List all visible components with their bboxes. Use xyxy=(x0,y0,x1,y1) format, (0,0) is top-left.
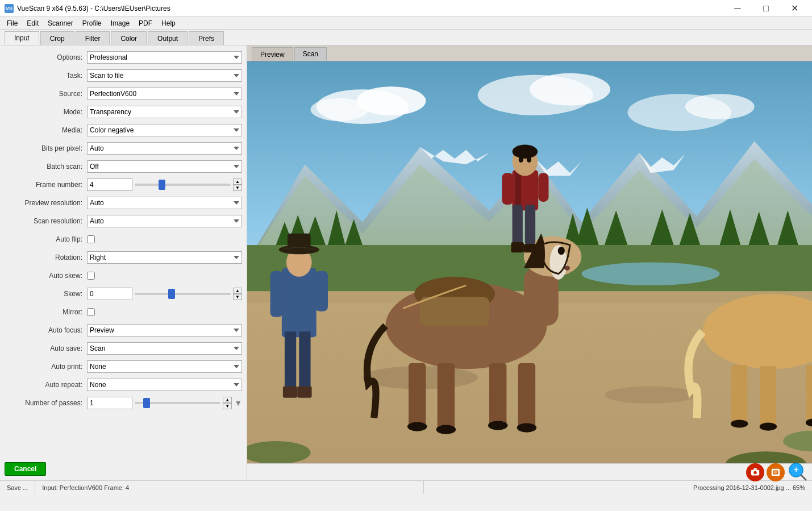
menu-pdf[interactable]: PDF xyxy=(134,17,157,30)
bits-select[interactable]: Auto xyxy=(87,142,242,155)
rotation-select[interactable]: Right xyxy=(87,251,242,264)
maximize-button[interactable]: □ xyxy=(753,0,779,17)
num-passes-row: Number of passes: ▲ ▼ ▼ xyxy=(0,396,247,410)
skew-row: Skew: ▲ ▼ xyxy=(0,286,247,301)
auto-save-select[interactable]: Scan xyxy=(87,342,242,355)
source-row: Source: PerfectionV600 xyxy=(0,86,247,101)
mirror-check[interactable] xyxy=(87,308,95,316)
svg-point-68 xyxy=(519,157,523,163)
scan-res-label: Scan resolution: xyxy=(5,217,87,225)
num-passes-spinner-up[interactable]: ▲ xyxy=(223,397,232,403)
auto-repeat-select[interactable]: None xyxy=(87,379,242,391)
svg-rect-38 xyxy=(315,271,328,311)
left-panel: Options: Professional Task: Scan to file… xyxy=(0,45,247,480)
minimize-button[interactable]: ─ xyxy=(724,0,751,17)
svg-rect-36 xyxy=(297,387,311,398)
svg-rect-59 xyxy=(515,173,521,207)
auto-skew-check[interactable] xyxy=(87,272,95,280)
svg-rect-90 xyxy=(774,471,777,473)
expand-icon[interactable]: ▼ xyxy=(234,398,242,408)
tab-color[interactable]: Color xyxy=(111,31,147,45)
svg-point-5 xyxy=(530,73,610,106)
batch-select[interactable]: Off xyxy=(87,160,242,173)
skew-input[interactable] xyxy=(87,288,132,300)
menu-edit[interactable]: Edit xyxy=(22,17,43,30)
auto-focus-row: Auto focus: Preview xyxy=(0,323,247,338)
scan-icon-1[interactable] xyxy=(746,463,764,481)
menu-scanner[interactable]: Scanner xyxy=(43,17,78,30)
task-label: Task: xyxy=(5,72,87,80)
titlebar-title: VueScan 9 x64 (9.5.63) - C:\Users\IEUser… xyxy=(17,5,170,13)
tab-crop[interactable]: Crop xyxy=(40,31,74,45)
frame-slider-thumb[interactable] xyxy=(159,180,165,190)
bottom-right-icons: + xyxy=(746,461,807,483)
frame-slider-track[interactable] xyxy=(135,184,231,186)
svg-point-67 xyxy=(513,145,538,159)
menu-image[interactable]: Image xyxy=(106,17,134,30)
cancel-button[interactable]: Cancel xyxy=(5,462,46,476)
menu-file[interactable]: File xyxy=(2,17,22,30)
batch-label: Batch scan: xyxy=(5,163,87,171)
preview-res-select[interactable]: Auto xyxy=(87,197,242,209)
mode-select[interactable]: Transparency xyxy=(87,106,242,118)
svg-line-93 xyxy=(801,475,806,480)
tab-input[interactable]: Input xyxy=(5,31,39,45)
close-button[interactable]: ✕ xyxy=(781,0,807,17)
auto-skew-label: Auto skew: xyxy=(5,272,87,280)
tab-prefs[interactable]: Prefs xyxy=(189,31,224,45)
svg-rect-87 xyxy=(753,468,756,470)
svg-rect-63 xyxy=(524,244,536,252)
svg-text:+: + xyxy=(794,465,798,474)
bits-row: Bits per pixel: Auto xyxy=(0,141,247,156)
auto-skew-row: Auto skew: xyxy=(0,268,247,283)
frame-spinner-down[interactable]: ▼ xyxy=(233,185,242,191)
svg-point-31 xyxy=(605,387,697,404)
status-input: Input: PerfectionV600 Frame: 4 xyxy=(35,481,424,494)
menu-help[interactable]: Help xyxy=(157,17,180,30)
svg-point-79 xyxy=(760,422,777,430)
num-passes-input[interactable] xyxy=(87,397,132,409)
frame-spinner: ▲ ▼ xyxy=(233,178,242,191)
titlebar: VS VueScan 9 x64 (9.5.63) - C:\Users\IEU… xyxy=(0,0,812,17)
tabbar: Input Crop Filter Color Output Prefs xyxy=(0,30,812,45)
svg-rect-34 xyxy=(299,331,310,389)
menu-profile[interactable]: Profile xyxy=(78,17,106,30)
skew-spinner-down[interactable]: ▼ xyxy=(233,294,242,300)
svg-point-46 xyxy=(558,247,565,255)
scan-icon-2[interactable] xyxy=(767,463,785,481)
auto-flip-check[interactable] xyxy=(87,235,95,243)
frame-number-input[interactable] xyxy=(87,178,132,191)
num-passes-slider-thumb[interactable] xyxy=(143,398,150,408)
skew-spinner-up[interactable]: ▲ xyxy=(233,288,242,294)
main-content: Options: Professional Task: Scan to file… xyxy=(0,45,812,480)
frame-spinner-up[interactable]: ▲ xyxy=(233,178,242,185)
preview-tab-scan[interactable]: Scan xyxy=(294,47,327,61)
tab-output[interactable]: Output xyxy=(148,31,188,45)
svg-point-52 xyxy=(407,422,427,431)
media-select[interactable]: Color negative xyxy=(87,124,242,136)
cancel-button-area: Cancel xyxy=(0,458,247,480)
frame-label: Frame number: xyxy=(5,181,87,189)
zoom-in-button[interactable]: + xyxy=(787,461,807,483)
svg-rect-51 xyxy=(518,363,535,428)
statusbar: Save ... Input: PerfectionV600 Frame: 4 … xyxy=(0,480,812,494)
num-passes-spinner-down[interactable]: ▼ xyxy=(223,403,232,409)
options-select[interactable]: Professional xyxy=(87,51,242,64)
num-passes-slider-track[interactable] xyxy=(135,402,220,404)
app-icon: VS xyxy=(5,4,14,13)
skew-slider-track[interactable] xyxy=(135,293,231,295)
svg-rect-62 xyxy=(511,242,524,252)
scan-res-select[interactable]: Auto xyxy=(87,215,242,227)
skew-slider-thumb[interactable] xyxy=(168,289,175,299)
auto-focus-select[interactable]: Preview xyxy=(87,324,242,336)
auto-focus-label: Auto focus: xyxy=(5,326,87,334)
svg-point-69 xyxy=(527,157,531,163)
svg-point-53 xyxy=(436,425,456,434)
source-select[interactable]: PerfectionV600 xyxy=(87,88,242,100)
auto-print-select[interactable]: None xyxy=(87,360,242,373)
preview-tab-preview[interactable]: Preview xyxy=(252,47,293,61)
task-select[interactable]: Scan to file xyxy=(87,69,242,82)
skew-slider-group: ▲ ▼ xyxy=(87,288,242,300)
tab-filter[interactable]: Filter xyxy=(76,31,110,45)
auto-print-label: Auto print: xyxy=(5,363,87,371)
